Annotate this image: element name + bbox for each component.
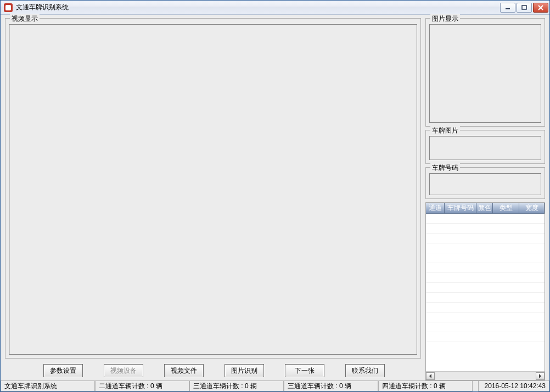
close-button[interactable] [533,3,548,13]
client-area: 视频显示 参数设置 视频设备 视频文件 图片识别 下一张 联系我们 图片显示 [1,15,549,391]
plate-image-group: 车牌图片 [425,130,545,164]
status-appname: 文通车牌识别系统 [1,381,95,391]
grid-row [426,214,545,224]
grid-row [426,263,545,273]
col-channel[interactable]: 通道 [426,203,445,213]
status-ch3b: 三通道车辆计数 : 0 辆 [284,381,378,391]
statusbar: 文通车牌识别系统 二通道车辆计数 : 0 辆 三通道车辆计数 : 0 辆 三通道… [1,380,549,391]
grid-row [426,293,545,303]
grid-row [426,322,545,332]
next-image-button[interactable]: 下一张 [285,364,324,377]
scroll-right-button[interactable] [536,372,545,380]
image-display-box [429,24,541,123]
maximize-icon [521,5,527,10]
window-controls [500,3,548,13]
svg-rect-1 [522,5,526,9]
scroll-left-button[interactable] [426,372,435,380]
titlebar[interactable]: 文通车牌识别系统 [1,1,549,15]
video-canvas [9,24,417,355]
caret-right-icon [538,374,542,378]
grid-row [426,332,545,342]
image-recognize-button[interactable]: 图片识别 [225,364,264,377]
contact-us-button[interactable]: 联系我们 [345,364,385,377]
window-title: 文通车牌识别系统 [16,3,500,12]
minimize-button[interactable] [500,3,515,13]
plate-number-group: 车牌号码 [425,167,545,199]
grid-header: 通道 车牌号码 颜色 类型 宽度 [426,203,545,214]
col-type[interactable]: 类型 [493,203,519,213]
image-display-group: 图片显示 [425,18,545,127]
svg-marker-4 [429,374,431,378]
right-column: 图片显示 车牌图片 车牌号码 通道 车牌号码 颜色 类型 [425,18,545,380]
plate-image-box [429,136,541,160]
grid-row [426,313,545,322]
grid-body[interactable] [426,214,545,371]
status-ch4: 四通道车辆计数 : 0 辆 [378,381,473,391]
minimize-icon [505,5,510,10]
caret-left-icon [429,374,432,378]
status-timestamp: 2016-05-12 10:42:43 [478,381,549,391]
grid-row [426,283,545,293]
col-color[interactable]: 颜色 [476,203,493,213]
grid-row [426,234,545,243]
app-window: 文通车牌识别系统 视频显示 参数设置 视频设备 [0,0,550,392]
main-area: 视频显示 参数设置 视频设备 视频文件 图片识别 下一张 联系我们 图片显示 [1,15,549,380]
button-row: 参数设置 视频设备 视频文件 图片识别 下一张 联系我们 [5,359,421,380]
grid-row [426,224,545,234]
results-grid[interactable]: 通道 车牌号码 颜色 类型 宽度 [425,202,545,380]
video-display-legend: 视频显示 [10,14,40,24]
scroll-track[interactable] [435,372,536,380]
col-plate[interactable]: 车牌号码 [445,203,476,213]
app-icon [4,3,13,12]
video-device-button[interactable]: 视频设备 [104,364,143,377]
plate-image-legend: 车牌图片 [430,126,460,135]
status-ch2: 二通道车辆计数 : 0 辆 [95,381,189,391]
image-display-legend: 图片显示 [430,14,460,24]
left-column: 视频显示 参数设置 视频设备 视频文件 图片识别 下一张 联系我们 [5,18,421,380]
param-settings-button[interactable]: 参数设置 [43,364,83,377]
grid-hscrollbar[interactable] [426,371,545,380]
status-spacer [473,381,478,391]
grid-row [426,303,545,313]
status-ch3: 三通道车辆计数 : 0 辆 [189,381,284,391]
svg-marker-5 [539,374,541,378]
grid-row [426,273,545,283]
col-width[interactable]: 宽度 [519,203,545,213]
grid-row [426,253,545,263]
plate-number-box [429,173,541,195]
close-icon [538,5,543,10]
video-display-group: 视频显示 [5,18,421,359]
maximize-button[interactable] [517,3,532,13]
video-file-button[interactable]: 视频文件 [164,364,204,377]
plate-number-legend: 车牌号码 [430,163,460,173]
grid-row [426,243,545,253]
